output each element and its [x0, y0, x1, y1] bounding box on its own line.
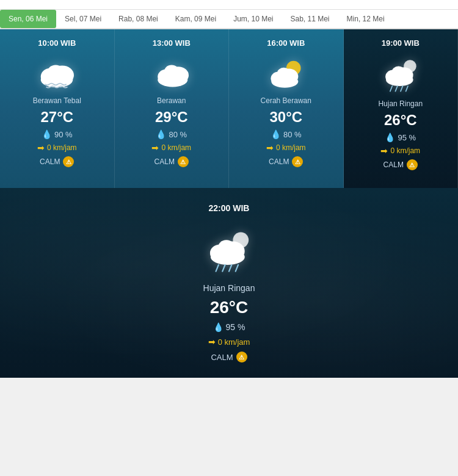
calm-row: CALM ⚠: [154, 156, 189, 167]
svg-point-12: [277, 68, 291, 80]
calm-badge: ⚠: [407, 159, 418, 170]
calm-label: CALM: [383, 160, 404, 169]
weather-desc: Berawan Tebal: [33, 96, 81, 105]
header: [0, 0, 458, 10]
bottom-weather-desc: Hujan Ringan: [203, 283, 255, 293]
wind-icon: ➡: [266, 143, 274, 153]
bottom-calm-label: CALM: [211, 353, 233, 362]
wind-row: ➡ 0 km/jam: [151, 143, 191, 153]
bottom-time-label: 22:00 WIB: [209, 203, 250, 213]
wind-icon: ➡: [151, 143, 159, 153]
humidity-value: 80 %: [283, 130, 302, 139]
temperature: 27°C: [40, 109, 73, 126]
day-tab-0[interactable]: Sen, 06 Mei: [0, 10, 56, 28]
calm-label: CALM: [40, 157, 60, 166]
bottom-wind-row: ➡ 0 km/jam: [208, 337, 250, 347]
weather-grid: 10:00 WIB Berawan Tebal 27°C 💧 90 % ➡ 0 …: [0, 29, 458, 188]
svg-line-20: [401, 86, 402, 92]
humidity-row: 💧 95 %: [385, 132, 416, 142]
bottom-wind-icon: ➡: [208, 337, 216, 347]
svg-line-30: [236, 265, 238, 272]
wind-value: 0 km/jam: [47, 143, 77, 152]
calm-badge: ⚠: [178, 156, 189, 167]
weather-card: 19:00 WIB Hujan Ringan 26°C 💧 95 %: [344, 29, 459, 188]
time-label: 19:00 WIB: [382, 38, 420, 48]
bottom-humidity-value: 95 %: [226, 322, 245, 332]
svg-point-26: [218, 240, 235, 256]
drop-icon: 💧: [42, 129, 52, 139]
bottom-forecast-card: 22:00 WIB Hujan Ringan 26°C 💧 95 % ➡ 0 k…: [0, 188, 458, 378]
day-tab-6[interactable]: Min, 12 Mei: [338, 10, 393, 28]
calm-badge: ⚠: [63, 156, 74, 167]
svg-line-19: [395, 86, 397, 92]
bottom-drop-icon: 💧: [213, 322, 224, 332]
humidity-row: 💧 90 %: [42, 129, 73, 139]
drop-icon: 💧: [271, 129, 281, 139]
weather-icon: [150, 57, 193, 90]
day-tab-1[interactable]: Sel, 07 Mei: [56, 10, 110, 28]
wind-row: ➡ 0 km/jam: [266, 143, 306, 153]
day-tab-4[interactable]: Jum, 10 Mei: [225, 10, 282, 28]
weather-desc: Berawan: [157, 96, 186, 105]
temperature: 29°C: [155, 109, 188, 126]
time-label: 16:00 WIB: [267, 38, 305, 48]
day-tab-5[interactable]: Sab, 11 Mei: [282, 10, 338, 28]
svg-point-7: [164, 65, 180, 79]
svg-line-28: [222, 265, 225, 272]
wind-row: ➡ 0 km/jam: [37, 143, 77, 153]
drop-icon: 💧: [156, 129, 166, 139]
day-tab-2[interactable]: Rab, 08 Mei: [110, 10, 167, 28]
wind-value: 0 km/jam: [276, 143, 306, 152]
bottom-calm-badge: ⚠: [236, 352, 247, 362]
humidity-value: 80 %: [169, 130, 187, 139]
calm-row: CALM ⚠: [383, 159, 418, 170]
bottom-humidity-row: 💧 95 %: [213, 322, 245, 332]
temperature: 26°C: [384, 112, 417, 129]
svg-line-21: [405, 86, 407, 92]
humidity-row: 💧 80 %: [156, 129, 187, 139]
svg-point-3: [48, 65, 65, 81]
humidity-row: 💧 80 %: [271, 129, 302, 139]
day-tabs: Sen, 06 MeiSel, 07 MeiRab, 08 MeiKam, 09…: [0, 10, 458, 29]
wind-value: 0 km/jam: [390, 146, 420, 155]
svg-line-18: [390, 86, 392, 92]
calm-label: CALM: [269, 157, 289, 166]
weather-desc: Hujan Ringan: [378, 99, 423, 108]
weather-icon: [264, 57, 307, 90]
calm-row: CALM ⚠: [269, 156, 303, 167]
weather-card: 13:00 WIB Berawan 29°C 💧 80 % ➡ 0 km/jam…: [115, 29, 230, 188]
weather-desc: Cerah Berawan: [261, 96, 311, 105]
weather-card: 10:00 WIB Berawan Tebal 27°C 💧 90 % ➡ 0 …: [0, 29, 115, 188]
calm-label: CALM: [154, 157, 175, 166]
time-label: 10:00 WIB: [38, 38, 76, 48]
weather-icon: [379, 57, 422, 93]
weather-card: 16:00 WIB Cerah Berawan 30°C 💧 80 % ➡ 0 …: [229, 29, 344, 188]
weather-icon: [35, 57, 78, 90]
day-tab-3[interactable]: Kam, 09 Mei: [167, 10, 225, 28]
drop-icon: 💧: [385, 132, 395, 142]
wind-icon: ➡: [380, 146, 388, 156]
time-label: 13:00 WIB: [153, 38, 191, 48]
bottom-calm-row: CALM ⚠: [211, 352, 247, 362]
bottom-temperature: 26°C: [210, 298, 249, 317]
calm-badge: ⚠: [292, 156, 303, 167]
wind-value: 0 km/jam: [161, 143, 191, 152]
humidity-value: 95 %: [398, 133, 416, 142]
calm-row: CALM ⚠: [40, 156, 74, 167]
svg-line-29: [229, 265, 231, 272]
bottom-weather-icon: [202, 228, 256, 274]
humidity-value: 90 %: [54, 130, 73, 139]
svg-point-17: [391, 66, 405, 79]
wind-row: ➡ 0 km/jam: [380, 146, 420, 156]
wind-icon: ➡: [37, 143, 45, 153]
temperature: 30°C: [269, 109, 302, 126]
bottom-wind-value: 0 km/jam: [218, 337, 250, 347]
svg-line-27: [216, 265, 219, 272]
